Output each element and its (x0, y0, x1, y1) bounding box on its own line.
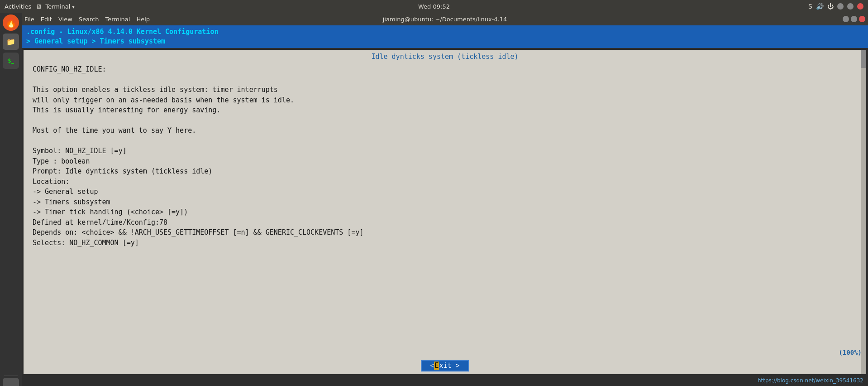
sidebar: 🔥 📁 $_ ⋯ (0, 13, 22, 386)
body-line: Location: (33, 177, 857, 187)
terminal-min-btn[interactable] (843, 16, 849, 22)
sidebar-divider (4, 376, 18, 376)
menu-help[interactable]: Help (136, 16, 150, 23)
exit-button[interactable]: < Exit > (421, 360, 468, 372)
button-bar: < Exit > (24, 358, 866, 374)
terminal-close-btn[interactable] (859, 16, 865, 22)
terminal-menu-bar: File Edit View Search Terminal Help (24, 16, 150, 23)
body-line: -> General setup (33, 187, 857, 197)
exit-text: xit > (439, 362, 459, 370)
body-line: Defined at kernel/time/Kconfig:78 (33, 217, 857, 228)
panel-footer: (100%) (24, 347, 866, 358)
body-line: will only trigger on an as-needed basis … (33, 95, 857, 106)
panel-body: CONFIG_NO_HZ_IDLE: This option enables a… (24, 63, 866, 347)
terminal-dropdown-icon: ▾ (72, 5, 75, 10)
terminal-max-btn[interactable] (851, 16, 857, 22)
terminal-title: jiaming@ubuntu: ~/Documents/linux-4.14 (383, 16, 507, 23)
bottom-bar: https://blog.csdn.net/weixin_39541632 (22, 375, 868, 386)
terminal-win-controls (843, 16, 865, 22)
main-panel: Idle dynticks system (tickless idle) CON… (24, 50, 866, 374)
body-line (33, 116, 857, 126)
body-line: Selects: NO_HZ_COMMON [=y] (33, 238, 857, 248)
terminal-menu-item[interactable]: 🖥 Terminal ▾ (36, 3, 74, 10)
sidebar-files-icon[interactable]: 📁 (3, 34, 19, 50)
terminal-icon: 🖥 (36, 3, 42, 10)
kconfig-header: .config - Linux/x86 4.14.0 Kernel Config… (22, 25, 868, 48)
scrollbar-thumb[interactable] (861, 50, 866, 68)
body-line (33, 75, 857, 85)
body-line: Type : boolean (33, 156, 857, 167)
terminal-content: .config - Linux/x86 4.14.0 Kernel Config… (22, 25, 868, 386)
panel-scrollbar[interactable] (861, 50, 866, 374)
body-line: This is usually interesting for energy s… (33, 105, 857, 116)
csdn-link[interactable]: https://blog.csdn.net/weixin_39541632 (758, 377, 863, 384)
body-line: Most of the time you want to say Y here. (33, 125, 857, 136)
terminal-titlebar: File Edit View Search Terminal Help jiam… (22, 13, 868, 25)
win-close-btn[interactable] (857, 3, 863, 10)
win-min-btn[interactable] (837, 3, 844, 10)
body-line: Prompt: Idle dynticks system (tickless i… (33, 166, 857, 177)
top-bar-datetime: Wed 09:52 (418, 3, 450, 10)
body-line: -> Timer tick handling (<choice> [=y]) (33, 207, 857, 217)
body-line (33, 136, 857, 146)
top-bar-left: Activities 🖥 Terminal ▾ (5, 3, 75, 10)
speaker-icon[interactable]: 🔊 (816, 3, 824, 10)
sidebar-bottom: ⋯ (3, 376, 19, 386)
body-line: This option enables a tickless idle syst… (33, 85, 857, 95)
terminal-window: File Edit View Search Terminal Help jiam… (22, 13, 868, 386)
top-bar-right: S 🔊 ⏻ (808, 3, 863, 10)
panel-title: Idle dynticks system (tickless idle) (24, 50, 866, 63)
scroll-percentage: (100%) (839, 349, 862, 356)
body-line: Depends on: <choice> && !ARCH_USES_GETTI… (33, 227, 857, 238)
body-line: Symbol: NO_HZ_IDLE [=y] (33, 146, 857, 156)
kconfig-breadcrumb: > General setup > Timers subsystem (26, 37, 863, 48)
show-apps-btn[interactable]: ⋯ (3, 378, 19, 386)
menu-file[interactable]: File (24, 16, 34, 23)
body-line: -> Timers subsystem (33, 197, 857, 207)
sidebar-terminal-icon[interactable]: $_ (3, 53, 19, 69)
system-top-bar: Activities 🖥 Terminal ▾ Wed 09:52 S 🔊 ⏻ (0, 0, 868, 13)
menu-view[interactable]: View (58, 16, 72, 23)
menu-search[interactable]: Search (79, 16, 99, 23)
menu-edit[interactable]: Edit (41, 16, 52, 23)
activities-button[interactable]: Activities (5, 3, 31, 10)
exit-bracket-left: < (430, 362, 434, 370)
body-line: CONFIG_NO_HZ_IDLE: (33, 64, 857, 75)
ubuntu-logo[interactable]: 🔥 (3, 14, 19, 31)
win-max-btn[interactable] (847, 3, 854, 10)
skype-icon[interactable]: S (808, 3, 812, 10)
exit-highlight: E (434, 362, 439, 370)
kconfig-title-line: .config - Linux/x86 4.14.0 Kernel Config… (26, 27, 863, 37)
power-icon[interactable]: ⏻ (827, 3, 834, 10)
menu-terminal[interactable]: Terminal (105, 16, 130, 23)
